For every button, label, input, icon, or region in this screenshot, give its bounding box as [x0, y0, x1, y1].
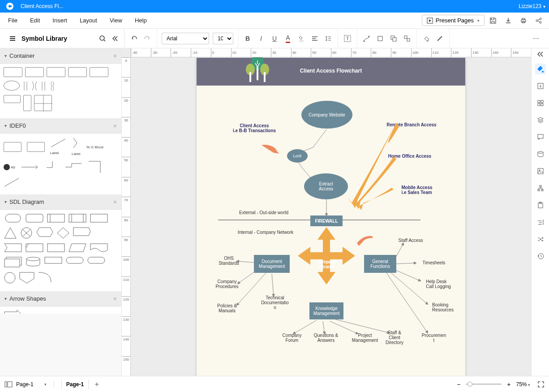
node-company-website[interactable]: Company Website [301, 101, 352, 129]
zoom-slider[interactable] [466, 383, 502, 385]
shape-item[interactable] [68, 243, 87, 253]
connector-button[interactable] [362, 34, 372, 43]
menu-file[interactable]: File [2, 14, 24, 26]
export-icon[interactable] [535, 81, 546, 91]
close-icon[interactable]: × [113, 52, 117, 60]
print-icon[interactable] [519, 17, 528, 25]
menu-help[interactable]: Help [129, 14, 153, 26]
shape-item[interactable] [90, 243, 108, 253]
shape-item[interactable] [4, 95, 21, 103]
menu-insert[interactable]: Insert [46, 14, 73, 26]
shape-item[interactable] [56, 227, 70, 239]
node-general-functions[interactable]: General Functions [364, 255, 396, 273]
shape-item[interactable] [88, 160, 101, 174]
panel-arrow-header[interactable]: ▾Arrow Shapes× [0, 291, 121, 306]
redo-button[interactable] [142, 34, 152, 43]
text-highlight-button[interactable] [296, 34, 306, 43]
shape-item[interactable] [4, 67, 22, 77]
outline-icon[interactable] [4, 381, 13, 388]
node-company-intranet[interactable]: Company Intranet [309, 257, 343, 272]
align-right-icon[interactable] [535, 217, 546, 228]
font-select[interactable]: Arial [162, 33, 209, 44]
page-select[interactable]: Page-1 [16, 381, 54, 388]
menu-view[interactable]: View [103, 14, 129, 26]
shape-item[interactable] [31, 81, 38, 91]
shape-item[interactable] [21, 164, 40, 170]
menu-layout[interactable]: Layout [73, 14, 103, 26]
panel-sdl-header[interactable]: ▾SDL Diagram× [0, 194, 121, 210]
align-button[interactable] [310, 34, 320, 43]
shape-item[interactable] [47, 67, 65, 77]
shape-item[interactable] [4, 213, 22, 223]
shape-item[interactable] [47, 213, 65, 223]
clipboard-icon[interactable] [535, 200, 546, 211]
close-icon[interactable]: × [113, 295, 117, 302]
history-icon[interactable] [535, 251, 546, 262]
node-extract-access[interactable]: Extract Access [304, 173, 348, 199]
shape-item[interactable] [64, 163, 82, 172]
page-tab[interactable]: Page-1 [61, 379, 89, 389]
shape-item[interactable] [4, 271, 16, 284]
close-icon[interactable]: × [113, 122, 117, 129]
shape-item[interactable] [27, 142, 45, 152]
line-style-button[interactable] [435, 34, 445, 43]
shape-item[interactable] [19, 271, 35, 284]
panel-idef0-header[interactable]: ▾IDEF0× [0, 118, 121, 134]
save-icon[interactable] [489, 17, 497, 25]
collapse-left-icon[interactable] [112, 35, 120, 42]
shape-item[interactable] [65, 256, 84, 268]
arrange-front-button[interactable] [389, 34, 399, 43]
shape-item[interactable] [25, 213, 44, 223]
zoom-value[interactable]: 75% [516, 381, 530, 388]
shape-item[interactable]: Te t1 Block [86, 145, 103, 149]
shape-item[interactable] [44, 256, 63, 268]
shape-fill-button[interactable] [375, 34, 385, 43]
font-color-button[interactable]: A [283, 34, 293, 43]
shape-item[interactable] [87, 256, 106, 268]
shape-item[interactable] [49, 81, 56, 91]
close-icon[interactable]: × [113, 198, 117, 206]
shape-item[interactable] [47, 243, 65, 253]
text-tool-button[interactable]: T [343, 34, 352, 43]
shape-item[interactable] [4, 256, 22, 268]
shape-item[interactable] [25, 256, 41, 268]
node-knowledge-management[interactable]: Knowledge Management [309, 302, 343, 319]
group-button[interactable] [402, 34, 412, 43]
panel-container-header[interactable]: ▾Container× [0, 48, 121, 64]
shape-item[interactable] [23, 95, 31, 111]
search-icon[interactable] [99, 35, 107, 42]
shape-item[interactable] [20, 227, 33, 239]
layers-icon[interactable] [535, 115, 546, 125]
more-button[interactable]: ⋯ [531, 34, 541, 43]
shape-item[interactable] [68, 67, 87, 77]
theme-colors-icon[interactable] [535, 64, 546, 74]
page-canvas[interactable]: Client Access Flowchart [197, 58, 465, 376]
present-pages-button[interactable]: Present Pages [422, 15, 485, 26]
share-icon[interactable] [535, 17, 543, 25]
shape-item[interactable] [22, 81, 29, 91]
shape-item[interactable] [4, 243, 22, 253]
shape-item[interactable] [36, 227, 54, 239]
comment-icon[interactable] [535, 132, 546, 142]
shape-item[interactable]: A0 [4, 164, 15, 170]
shape-item[interactable] [4, 310, 21, 314]
zoom-out-button[interactable]: − [455, 381, 462, 388]
sitemap-icon[interactable] [535, 183, 546, 194]
add-page-button[interactable]: + [92, 380, 101, 388]
collapse-right-icon[interactable] [537, 51, 544, 57]
grid-icon[interactable] [535, 98, 546, 108]
menu-edit[interactable]: Edit [24, 14, 46, 26]
line-spacing-button[interactable] [323, 34, 333, 43]
shape-item[interactable] [68, 213, 87, 223]
shape-item[interactable] [46, 160, 59, 174]
shape-item[interactable] [4, 177, 20, 187]
fullscreen-icon[interactable] [537, 381, 545, 388]
undo-button[interactable] [129, 34, 139, 43]
bold-button[interactable]: B [243, 34, 253, 43]
shape-item[interactable] [40, 81, 47, 91]
node-document-management[interactable]: Document Management [254, 255, 290, 273]
shape-item[interactable] [90, 213, 108, 223]
shape-item[interactable] [4, 227, 17, 239]
font-size-select[interactable]: 10 [213, 33, 233, 44]
user-menu[interactable]: Lizzie123 [519, 3, 545, 9]
